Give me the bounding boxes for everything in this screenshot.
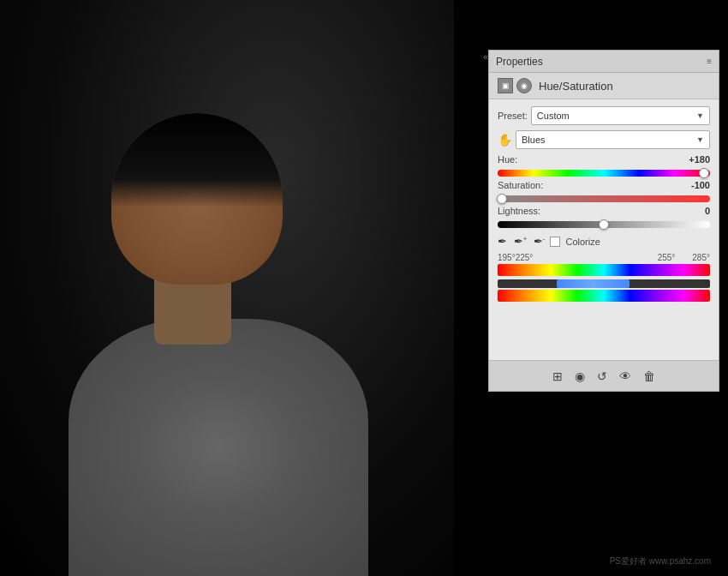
range-left-outer: 195° [498,253,516,262]
hat-overlay [111,113,283,207]
saturation-label-row: Saturation: -100 [498,180,710,190]
hue-section: Hue: +180 [498,154,710,177]
top-spectrum-bar[interactable] [498,264,710,276]
panel-menu-button[interactable]: ≡ [707,57,712,66]
colorize-label: Colorize [565,237,600,247]
hue-label-row: Hue: +180 [498,154,710,165]
lightness-slider-track[interactable] [498,221,710,228]
range-indicator-bar[interactable] [498,279,710,288]
preset-row: Preset: Custom ▼ [498,106,710,125]
preset-dropdown-arrow: ▼ [696,111,704,120]
mask-icon[interactable]: ◉ [516,78,532,93]
hue-value: +180 [680,154,710,165]
channel-value: Blues [522,135,546,145]
bottom-toolbar: ⊞ ◉ ↺ 👁 🗑 [489,360,719,391]
channel-row: ✋ Blues ▼ [498,130,710,149]
adjustment-layer-icon[interactable]: ▣ [498,78,513,93]
saturation-label: Saturation: [498,180,543,190]
properties-panel: Properties ≡ ▣ ◉ Hue/Saturation Preset: … [488,50,719,392]
range-right-outer: 285° [692,253,710,262]
adjustment-type-title: Hue/Saturation [539,80,613,93]
hue-slider-track[interactable] [498,170,710,177]
preset-dropdown[interactable]: Custom ▼ [531,106,710,125]
hand-tool-icon[interactable]: ✋ [498,133,512,147]
lightness-label-row: Lightness: 0 [498,206,710,216]
saturation-value: -100 [680,180,710,190]
range-highlight [557,279,629,288]
clip-to-layer-button[interactable]: ⊞ [552,369,563,383]
lightness-label: Lightness: [498,206,540,216]
lightness-slider-thumb[interactable] [599,219,609,230]
panel-title: Properties [496,56,543,68]
delete-button[interactable]: 🗑 [643,369,655,383]
eyedropper-minus-icon[interactable]: ✒- [534,235,545,248]
hue-slider-thumb[interactable] [699,168,709,178]
lightness-slider-container [498,221,710,228]
channel-dropdown-arrow: ▼ [696,135,704,144]
lightness-value: 0 [680,206,710,216]
lightness-section: Lightness: 0 [498,206,710,228]
adjustment-header: ▣ ◉ Hue/Saturation [489,73,719,99]
tools-colorize-row: ✒ ✒+ ✒- Colorize [498,235,710,248]
eyedropper-plus-icon[interactable]: ✒+ [514,235,527,248]
color-range-section: 195° 225° 255° 285° [498,253,710,302]
range-markers: 195° 225° 255° 285° [498,253,710,262]
saturation-slider-container [498,195,710,202]
saturation-section: Saturation: -100 [498,180,710,202]
panel-controls: ≡ [707,57,712,66]
visibility-button[interactable]: 👁 [619,369,631,383]
photo-canvas [0,0,454,576]
spacer [498,302,710,353]
hue-label: Hue: [498,154,517,165]
range-right-inner: 255° [658,253,676,262]
person-head [111,113,283,285]
panel-body: Preset: Custom ▼ ✋ Blues ▼ Hue: +180 [489,99,719,360]
saturation-slider-thumb[interactable] [497,194,507,204]
bottom-spectrum-bar[interactable] [498,290,710,302]
tool-icons-group: ✒ ✒+ ✒- [498,235,545,248]
preset-value: Custom [537,111,570,121]
hue-slider-container [498,170,710,177]
channel-dropdown[interactable]: Blues ▼ [516,130,710,149]
header-icons: ▣ ◉ [498,78,532,93]
person-body [69,319,368,576]
preset-label: Preset: [498,111,528,121]
saturation-slider-track[interactable] [498,195,710,202]
colorize-checkbox[interactable] [550,237,560,247]
panel-titlebar: Properties ≡ [489,51,719,73]
range-left-inner: 225° [516,253,534,262]
watermark: PS爱好者 www.psahz.com [610,555,711,567]
previous-state-button[interactable]: ◉ [575,369,585,383]
eyedropper-add-icon[interactable]: ✒ [498,235,507,248]
reset-button[interactable]: ↺ [597,369,607,383]
